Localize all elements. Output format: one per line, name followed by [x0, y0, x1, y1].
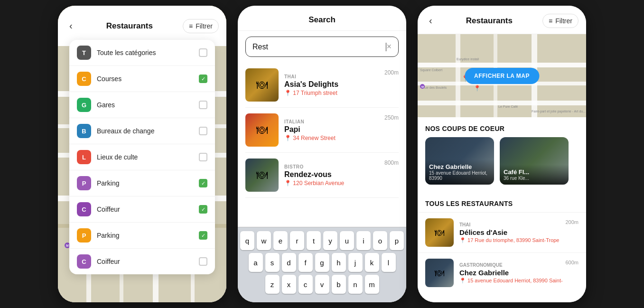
- category-checkbox-all[interactable]: [199, 48, 207, 57]
- category-item-courses[interactable]: C Courses: [69, 66, 215, 92]
- key-p[interactable]: p: [390, 231, 404, 250]
- result-address-2: 📍 120 Serbian Avenue: [284, 180, 384, 187]
- restaurant-info-0: THAI Délices d'Asie 📍 17 Rue du triomphe…: [459, 222, 565, 243]
- key-c[interactable]: c: [299, 275, 313, 294]
- category-checkbox-coiffeur2[interactable]: [199, 257, 207, 266]
- key-w[interactable]: w: [257, 231, 271, 250]
- category-item-coiffeur1[interactable]: C Coiffeur: [69, 196, 215, 223]
- result-name-0: Asia's Delights: [284, 80, 384, 89]
- coeur-addr-0: 15 avenue Edouard Herriot, 83990: [429, 170, 490, 181]
- category-item-all[interactable]: T Toute les catégories: [69, 40, 215, 66]
- key-e[interactable]: e: [273, 231, 288, 250]
- category-checkbox-parking2[interactable]: [199, 231, 207, 240]
- key-j[interactable]: j: [348, 253, 363, 272]
- show-map-button[interactable]: AFFICHER LA MAP: [465, 68, 539, 84]
- restaurant-food-image-1: 🍽: [425, 259, 454, 287]
- right-screen: ‹ Restaurants ≡ Filtrer: [418, 6, 586, 302]
- key-a[interactable]: a: [249, 253, 263, 272]
- category-item-gares[interactable]: G Gares: [69, 92, 215, 118]
- restaurant-item-0[interactable]: 🍽 THAI Délices d'Asie 📍 17 Rue du triomp…: [418, 212, 586, 252]
- back-button-left[interactable]: ‹: [65, 19, 76, 33]
- key-u[interactable]: u: [340, 231, 354, 250]
- svg-text:📍: 📍: [474, 84, 481, 92]
- result-thumb-2: 🍽: [245, 159, 279, 192]
- key-l[interactable]: l: [382, 253, 396, 272]
- svg-text:Eurydice install: Eurydice install: [457, 57, 479, 61]
- center-header: Search: [238, 6, 406, 31]
- key-i[interactable]: i: [356, 231, 371, 250]
- result-info-1: ITALIAN Papi 📍 34 Renew Street: [284, 119, 384, 141]
- screens-container: Faidherbe - Chaligny M Rue des Boulets M…: [0, 0, 644, 308]
- key-t[interactable]: t: [307, 231, 321, 250]
- key-n[interactable]: n: [348, 275, 363, 294]
- svg-rect-26: [456, 34, 460, 117]
- clear-search-button[interactable]: ×: [386, 42, 392, 52]
- coups-de-coeur-list: Chez Gabrielle 15 avenue Edouard Herriot…: [418, 137, 586, 192]
- coeur-addr-1: 36 rue Kle...: [504, 176, 565, 181]
- key-o[interactable]: o: [373, 231, 387, 250]
- result-name-2: Rendez-vous: [284, 170, 384, 179]
- result-item-2[interactable]: 🍽 BISTRO Rendez-vous 📍 120 Serbian Avenu…: [245, 153, 399, 198]
- search-bar[interactable]: Rest ×: [245, 37, 399, 57]
- key-b[interactable]: b: [332, 275, 346, 294]
- all-restaurants-title: TOUS LES RESTAURANTS: [418, 192, 586, 212]
- category-item-parking2[interactable]: P Parking: [69, 223, 215, 249]
- category-checkbox-gares[interactable]: [199, 101, 207, 109]
- category-label-bureaux: Bureaux de change: [97, 127, 199, 135]
- svg-text:Faire-part et jolie papeterie : Faire-part et jolie papeterie - Art du..…: [532, 110, 586, 113]
- key-h[interactable]: h: [332, 253, 346, 272]
- search-results: 🍽 THAI Asia's Delights 📍 17 Triumph stre…: [238, 63, 406, 227]
- category-checkbox-coiffeur1[interactable]: [199, 205, 207, 214]
- center-title: Search: [308, 15, 336, 24]
- key-y[interactable]: y: [323, 231, 337, 250]
- restaurants-list: 🍽 THAI Délices d'Asie 📍 17 Rue du triomp…: [418, 212, 586, 293]
- result-item-1[interactable]: 🍽 ITALIAN Papi 📍 34 Renew Street 250m: [245, 108, 399, 153]
- category-checkbox-lieux[interactable]: [199, 153, 207, 161]
- result-info-2: BISTRO Rendez-vous 📍 120 Serbian Avenue: [284, 164, 384, 187]
- key-m[interactable]: m: [365, 275, 379, 294]
- key-g[interactable]: g: [315, 253, 329, 272]
- key-z[interactable]: z: [265, 275, 280, 294]
- key-x[interactable]: x: [282, 275, 296, 294]
- result-item-0[interactable]: 🍽 THAI Asia's Delights 📍 17 Triumph stre…: [245, 63, 399, 108]
- category-item-lieux[interactable]: L Lieux de culte: [69, 144, 215, 170]
- keyboard-row-0: qwertyuiop: [240, 231, 404, 250]
- coeur-card-0[interactable]: Chez Gabrielle 15 avenue Edouard Herriot…: [425, 137, 494, 185]
- restaurant-thumb-1: 🍽: [425, 259, 454, 287]
- restaurant-address-1: 📍 15 avenue Edouard Herriot, 83990 Saint…: [459, 278, 565, 284]
- key-v[interactable]: v: [315, 275, 329, 294]
- keyboard-row-1: asdfghjkl: [240, 253, 404, 272]
- left-screen: Faidherbe - Chaligny M Rue des Boulets M…: [58, 6, 226, 302]
- key-d[interactable]: d: [282, 253, 296, 272]
- key-s[interactable]: s: [265, 253, 280, 272]
- category-checkbox-parking1[interactable]: [199, 179, 207, 187]
- restaurant-name-1: Chez Gabrielle: [459, 269, 565, 277]
- key-r[interactable]: r: [290, 231, 304, 250]
- category-checkbox-bureaux[interactable]: [199, 127, 207, 135]
- category-item-bureaux[interactable]: B Bureaux de change: [69, 118, 215, 144]
- restaurant-distance-1: 600m: [565, 259, 579, 265]
- center-phone: Search Rest × 🍽 THAI Asia's Delights 📍 1…: [238, 6, 406, 302]
- category-icon-courses: C: [77, 72, 91, 86]
- filter-icon-right: ≡: [549, 17, 552, 25]
- key-f[interactable]: f: [299, 253, 313, 272]
- filter-button-right[interactable]: ≡ Filtrer: [542, 14, 579, 28]
- result-category-2: BISTRO: [284, 164, 384, 169]
- category-item-coiffeur2[interactable]: C Coiffeur: [69, 249, 215, 274]
- restaurant-item-1[interactable]: 🍽 GASTRONOMIQUE Chez Gabrielle 📍 15 aven…: [418, 252, 586, 293]
- coeur-card-1[interactable]: Café Fl... 36 rue Kle...: [500, 137, 569, 185]
- right-title: Restaurants: [466, 16, 513, 26]
- result-distance-2: 800m: [384, 159, 399, 166]
- category-checkbox-courses[interactable]: [199, 75, 207, 83]
- key-q[interactable]: q: [240, 231, 254, 250]
- map-preview: Eurydice install Square Colbert Confor..…: [418, 34, 586, 117]
- keyboard-row-2: zxcvbnm: [240, 275, 404, 294]
- category-item-parking1[interactable]: P Parking: [69, 170, 215, 196]
- filter-button-left[interactable]: ≡ Filtrer: [183, 19, 219, 33]
- result-category-0: THAI: [284, 74, 384, 79]
- result-address-0: 📍 17 Triumph street: [284, 90, 384, 96]
- back-button-right[interactable]: ‹: [425, 13, 436, 28]
- category-icon-coiffeur1: C: [77, 202, 91, 216]
- category-label-courses: Courses: [97, 75, 199, 83]
- key-k[interactable]: k: [365, 253, 379, 272]
